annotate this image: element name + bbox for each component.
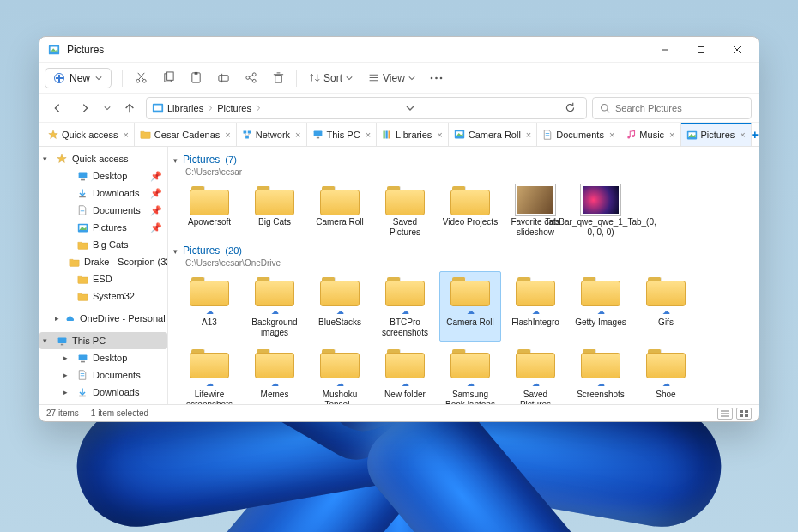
icons-view-button[interactable] [736,408,752,420]
item-screenshots[interactable]: ☁Screenshots [570,343,632,404]
item-new-folder[interactable]: ☁New folder [374,343,436,404]
copy-button[interactable] [155,65,181,91]
tab-documents[interactable]: Documents× [537,123,620,146]
item-label: Lifewire screenshots [181,390,238,404]
chevron-down-icon [95,75,102,82]
item-btcpro-screenshots[interactable]: ☁BTCPro screenshots [374,271,436,342]
close-tab-icon[interactable]: × [123,130,128,140]
item-camera-roll[interactable]: ☁Camera Roll [439,271,501,342]
nav-item-drake-scorpion-320-[interactable]: Drake - Scorpion (320) [39,253,167,270]
tab-network[interactable]: Network× [237,123,307,146]
cloud-status-icon: ☁ [206,379,214,388]
recent-dropdown[interactable] [101,97,113,119]
item-label: Screenshots [577,390,625,400]
folder-icon [190,275,229,306]
share-button[interactable] [238,65,263,91]
close-button[interactable] [719,37,755,63]
nav-item-documents[interactable]: ▸Documents [39,366,167,384]
rename-button[interactable] [210,65,236,91]
item-a13[interactable]: ☁A13 [178,271,240,342]
search-input[interactable] [615,103,744,113]
cloud-status-icon: ☁ [597,307,605,316]
address-dropdown[interactable] [399,97,421,119]
close-tab-icon[interactable]: × [437,130,442,140]
maximize-button[interactable] [683,37,719,63]
nav-onedrive[interactable]: ▸OneDrive - Personal [39,310,167,327]
close-tab-icon[interactable]: × [295,130,300,140]
nav-pane[interactable]: ▾Quick accessDesktop📌Downloads📌Documents… [39,147,168,404]
titlebar[interactable]: Pictures [39,37,759,63]
item-apowersoft[interactable]: Apowersoft [178,180,240,241]
item-flashintegro[interactable]: ☁FlashIntegro [505,271,566,342]
item-background-images[interactable]: ☁Background images [244,271,305,342]
item-saved-pictures[interactable]: Saved Pictures [374,180,436,241]
new-button[interactable]: New [45,68,112,88]
nav-quick-access[interactable]: ▾Quick access [39,150,167,167]
group-header[interactable]: ▾Pictures (7) [173,150,753,169]
view-button[interactable]: View [361,72,422,84]
content-area[interactable]: ▾Pictures (7)C:\Users\cesarApowersoftBig… [168,147,759,404]
item-getty-images[interactable]: ☁Getty Images [570,271,632,342]
more-button[interactable] [424,65,450,91]
minimize-button[interactable] [647,37,683,63]
add-tab-button[interactable]: + [752,123,759,146]
folder-icon [385,184,425,215]
item-memes[interactable]: ☁Memes [244,343,305,404]
item-tabbar-qwe-qwe-1-tab-0-0-0-0-[interactable]: TabBar_qwe_qwe_1_Tab_(0, 0, 0, 0) [570,180,632,241]
cloud-status-icon: ☁ [206,307,214,316]
nav-item-big-cats[interactable]: Big Cats [39,236,167,253]
item-mushoku-tensei-jobless[interactable]: ☁Mushoku Tensei - Jobless [309,343,371,404]
nav-item-desktop[interactable]: Desktop📌 [39,167,167,184]
item-saved-pictures[interactable]: ☁Saved Pictures [505,343,566,404]
group-header[interactable]: ▾Pictures (20) [173,241,753,260]
nav-item-pictures[interactable]: Pictures📌 [39,219,167,236]
breadcrumb-libraries[interactable]: Libraries [167,103,214,113]
close-tab-icon[interactable]: × [366,130,371,140]
downloads-icon [76,187,88,199]
svg-line-20 [249,76,252,77]
nav-item-downloads[interactable]: ▸Downloads [39,384,167,401]
svg-rect-39 [243,130,246,133]
item-label: BlueStacks [318,317,361,328]
breadcrumb-pictures[interactable]: Pictures [217,103,262,113]
item-camera-roll[interactable]: Camera Roll [309,180,371,241]
refresh-button[interactable] [559,97,581,119]
item-bluestacks[interactable]: ☁BlueStacks [309,271,371,342]
close-tab-icon[interactable]: × [609,130,614,140]
nav-this-pc[interactable]: ▾This PC [39,332,167,349]
forward-button[interactable] [74,97,96,119]
paste-button[interactable] [183,65,209,91]
cut-button[interactable] [128,65,154,91]
close-tab-icon[interactable]: × [740,130,745,140]
item-video-projects[interactable]: Video Projects [439,180,501,241]
tab-libraries[interactable]: Libraries× [377,123,449,146]
sort-button[interactable]: Sort [302,72,360,84]
nav-item-esd[interactable]: ESD [39,270,167,287]
item-lifewire-screenshots[interactable]: ☁Lifewire screenshots [178,343,240,404]
close-tab-icon[interactable]: × [526,130,531,140]
chevron-down-icon: ▾ [173,156,178,165]
item-gifs[interactable]: ☁Gifs [635,271,697,342]
tab-quick-access[interactable]: Quick access× [43,123,135,146]
details-view-button[interactable] [717,408,733,420]
tab-pictures[interactable]: Pictures× [681,123,752,146]
back-button[interactable] [46,97,69,119]
tab-cesar-cadenas[interactable]: Cesar Cadenas× [135,123,237,146]
tab-music[interactable]: Music× [620,123,680,146]
nav-item-system32[interactable]: System32 [39,287,167,305]
nav-item-desktop[interactable]: ▸Desktop [39,349,167,366]
tab-camera-roll[interactable]: Camera Roll× [449,123,538,146]
item-samsung-book-laptops[interactable]: ☁Samsung Book laptops [439,343,501,404]
up-button[interactable] [118,97,141,119]
delete-button[interactable] [265,65,291,91]
tab-this-pc[interactable]: This PC× [307,123,378,146]
nav-item-documents[interactable]: Documents📌 [39,202,167,219]
search-box[interactable] [592,97,752,119]
pc-icon [56,335,68,347]
item-big-cats[interactable]: Big Cats [244,180,305,241]
close-tab-icon[interactable]: × [669,130,674,140]
nav-item-downloads[interactable]: Downloads📌 [39,184,167,202]
address-bar[interactable]: Libraries Pictures [146,97,587,119]
item-shoe[interactable]: ☁Shoe [635,343,697,404]
close-tab-icon[interactable]: × [225,130,230,140]
